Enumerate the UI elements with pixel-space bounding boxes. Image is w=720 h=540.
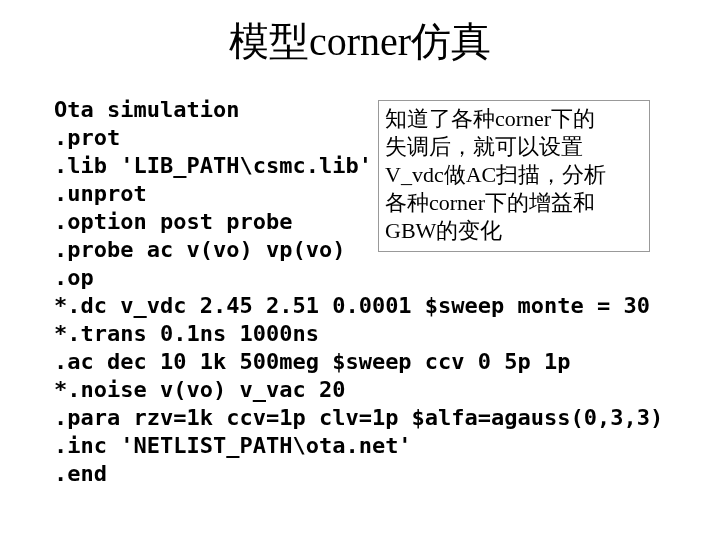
annotation-line: GBW的变化	[385, 217, 643, 245]
code-line: .option post probe	[54, 209, 292, 234]
annotation-line: V_vdc做AC扫描，分析	[385, 161, 643, 189]
code-line: *.dc v_vdc 2.45 2.51 0.0001 $sweep monte…	[54, 293, 650, 318]
code-line: .para rzv=1k ccv=1p clv=1p $alfa=agauss(…	[54, 405, 663, 430]
code-line: .inc 'NETLIST_PATH\ota.net'	[54, 433, 412, 458]
code-line: *.noise v(vo) v_vac 20	[54, 377, 345, 402]
code-line: .prot	[54, 125, 120, 150]
annotation-line: 失调后，就可以设置	[385, 133, 643, 161]
annotation-line: 知道了各种corner下的	[385, 105, 643, 133]
code-line: .unprot	[54, 181, 147, 206]
code-line: .lib 'LIB_PATH\csmc.lib' tt	[54, 153, 425, 178]
code-line: .ac dec 10 1k 500meg $sweep ccv 0 5p 1p	[54, 349, 571, 374]
code-line: Ota simulation	[54, 97, 239, 122]
code-line: *.trans 0.1ns 1000ns	[54, 321, 319, 346]
annotation-line: 各种corner下的增益和	[385, 189, 643, 217]
slide-title: 模型corner仿真	[0, 14, 720, 69]
slide: 模型corner仿真 Ota simulation .prot .lib 'LI…	[0, 0, 720, 540]
code-line: .op	[54, 265, 94, 290]
code-line: .probe ac v(vo) vp(vo)	[54, 237, 345, 262]
code-line: .end	[54, 461, 107, 486]
annotation-box: 知道了各种corner下的 失调后，就可以设置 V_vdc做AC扫描，分析 各种…	[378, 100, 650, 252]
